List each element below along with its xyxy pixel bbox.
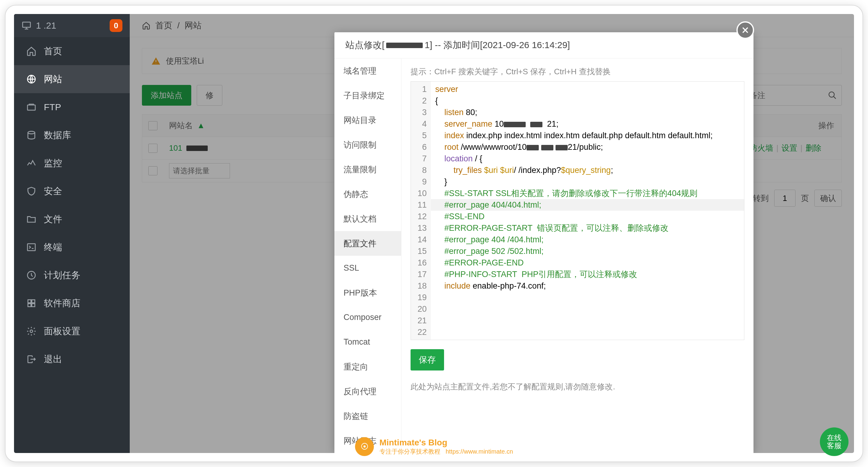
modal-title: 站点修改[ 1] -- 添加时间[2021-09-26 16:14:29] bbox=[334, 32, 753, 59]
home-icon bbox=[26, 46, 36, 56]
svg-rect-0 bbox=[23, 22, 30, 27]
sidebar: 1 .21 0 首页网站FTP数据库监控安全文件终端计划任务软件商店面板设置退出 bbox=[14, 14, 130, 453]
setting-icon bbox=[26, 326, 36, 336]
monitor-icon bbox=[21, 21, 32, 31]
side-tab-0[interactable]: 域名管理 bbox=[334, 59, 401, 83]
server-ip: 1 .21 bbox=[36, 21, 56, 31]
side-tab-11[interactable]: Tomcat bbox=[334, 330, 401, 354]
sidebar-item-ftp[interactable]: FTP bbox=[14, 93, 130, 121]
sidebar-item-cron[interactable]: 计划任务 bbox=[14, 261, 130, 289]
monitor-icon bbox=[26, 158, 36, 168]
sidebar-item-security[interactable]: 安全 bbox=[14, 177, 130, 205]
side-tab-5[interactable]: 伪静态 bbox=[334, 182, 401, 206]
site-icon bbox=[26, 74, 36, 84]
store-icon bbox=[26, 298, 36, 308]
close-icon[interactable] bbox=[737, 21, 754, 39]
top-bar: 1 .21 0 bbox=[14, 14, 130, 37]
side-tab-14[interactable]: 防盗链 bbox=[334, 404, 401, 428]
side-tab-6[interactable]: 默认文档 bbox=[334, 206, 401, 231]
svg-rect-6 bbox=[28, 300, 31, 303]
terminal-icon bbox=[26, 242, 36, 253]
file-icon bbox=[26, 214, 36, 224]
sidebar-item-terminal[interactable]: 终端 bbox=[14, 233, 130, 261]
side-tab-10[interactable]: Composer bbox=[334, 305, 401, 330]
sidebar-item-monitor[interactable]: 监控 bbox=[14, 149, 130, 177]
sidebar-item-home[interactable]: 首页 bbox=[14, 37, 130, 65]
watermark: ⦿ Mintimate's Blog 专注于你分享技术教程 https://ww… bbox=[355, 437, 513, 456]
side-tab-7[interactable]: 配置文件 bbox=[334, 231, 401, 256]
side-tabs: 域名管理子目录绑定网站目录访问限制流量限制伪静态默认文档配置文件SSLPHP版本… bbox=[334, 59, 401, 453]
cron-icon bbox=[26, 270, 36, 280]
side-tab-4[interactable]: 流量限制 bbox=[334, 157, 401, 182]
support-fab[interactable]: 在线 客服 bbox=[820, 427, 848, 456]
side-tab-9[interactable]: PHP版本 bbox=[334, 280, 401, 305]
db-icon bbox=[26, 130, 36, 140]
sidebar-item-db[interactable]: 数据库 bbox=[14, 121, 130, 149]
notify-badge[interactable]: 0 bbox=[110, 19, 122, 32]
side-tab-3[interactable]: 访问限制 bbox=[334, 132, 401, 157]
save-button[interactable]: 保存 bbox=[410, 349, 444, 370]
main: 首页 / 网站 使用宝塔Li 添加站点 修 网站名▲ bbox=[130, 14, 854, 453]
side-tab-8[interactable]: SSL bbox=[334, 256, 401, 280]
sidebar-item-setting[interactable]: 面板设置 bbox=[14, 317, 130, 345]
config-editor[interactable]: 12345678910111213141516171819202122 serv… bbox=[410, 81, 744, 340]
svg-rect-4 bbox=[27, 244, 35, 251]
svg-point-10 bbox=[30, 330, 33, 333]
side-tab-13[interactable]: 反向代理 bbox=[334, 379, 401, 404]
svg-rect-9 bbox=[32, 303, 35, 307]
editor-hint: 提示：Ctrl+F 搜索关键字，Ctrl+S 保存，Ctrl+H 查找替换 bbox=[410, 66, 744, 77]
side-tab-2[interactable]: 网站目录 bbox=[334, 108, 401, 132]
security-icon bbox=[26, 186, 36, 196]
site-edit-modal: 站点修改[ 1] -- 添加时间[2021-09-26 16:14:29] 域名… bbox=[334, 32, 753, 453]
svg-rect-7 bbox=[32, 300, 35, 303]
svg-rect-8 bbox=[28, 303, 31, 307]
side-tab-12[interactable]: 重定向 bbox=[334, 354, 401, 379]
sidebar-item-file[interactable]: 文件 bbox=[14, 205, 130, 233]
svg-point-3 bbox=[28, 131, 35, 134]
sidebar-item-store[interactable]: 软件商店 bbox=[14, 289, 130, 317]
config-note: 此处为站点主配置文件,若您不了解配置规则,请勿随意修改. bbox=[410, 381, 744, 392]
watermark-icon: ⦿ bbox=[355, 437, 374, 456]
logout-icon bbox=[26, 354, 36, 364]
sidebar-item-site[interactable]: 网站 bbox=[14, 65, 130, 93]
sidebar-item-logout[interactable]: 退出 bbox=[14, 345, 130, 373]
side-tab-1[interactable]: 子目录绑定 bbox=[334, 83, 401, 108]
svg-rect-2 bbox=[27, 105, 35, 110]
ftp-icon bbox=[26, 102, 36, 112]
